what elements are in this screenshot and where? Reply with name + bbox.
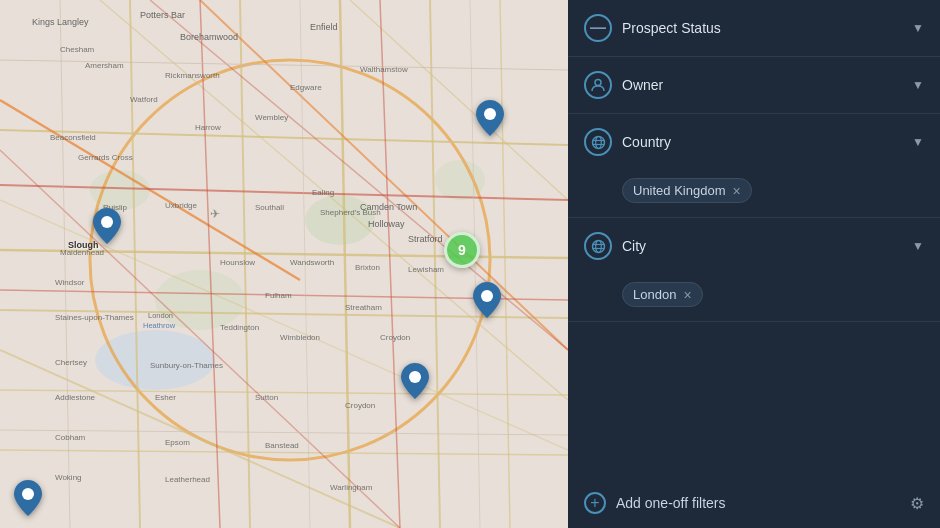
add-filters-plus-icon[interactable]: + [584,492,606,514]
svg-text:Chertsey: Chertsey [55,358,87,367]
svg-text:Teddington: Teddington [220,323,259,332]
svg-text:Cobham: Cobham [55,433,86,442]
map-pin-south-london[interactable] [473,282,501,322]
svg-text:Sutton: Sutton [255,393,278,402]
svg-text:Edgware: Edgware [290,83,322,92]
city-tag-london[interactable]: London × [622,282,703,307]
svg-text:Brixton: Brixton [355,263,380,272]
svg-text:Southall: Southall [255,203,284,212]
svg-text:Wandsworth: Wandsworth [290,258,334,267]
city-tag-london-label: London [633,287,676,302]
svg-text:Croydon: Croydon [380,333,410,342]
svg-text:Lewisham: Lewisham [408,265,444,274]
svg-text:Harrow: Harrow [195,123,221,132]
cluster-count: 9 [458,242,466,258]
svg-point-85 [481,290,493,302]
svg-text:Chesham: Chesham [60,45,95,54]
svg-point-87 [22,488,34,500]
add-filters-label[interactable]: Add one-off filters [616,495,910,511]
country-tag-uk[interactable]: United Kingdom × [622,178,752,203]
svg-text:Epsom: Epsom [165,438,190,447]
add-filters-row[interactable]: + Add one-off filters ⚙ [568,478,940,528]
city-chevron: ▼ [912,239,924,253]
svg-text:Esher: Esher [155,393,176,402]
filter-header-prospect-status[interactable]: — Prospect Status ▼ [568,0,940,56]
map-pin-bottomleft[interactable] [14,480,42,520]
map-container[interactable]: Kings Langley Potters Bar Chesham Amersh… [0,0,568,528]
gear-icon[interactable]: ⚙ [910,494,924,513]
filter-sidebar: — Prospect Status ▼ Owner ▼ [568,0,940,528]
filter-section-owner: Owner ▼ [568,57,940,114]
svg-text:London: London [148,311,173,320]
country-chevron: ▼ [912,135,924,149]
prospect-status-title: Prospect Status [622,20,912,36]
filter-header-city[interactable]: City ▼ [568,218,940,274]
svg-point-83 [484,108,496,120]
svg-point-93 [592,240,604,252]
svg-point-90 [595,136,601,148]
owner-title: Owner [622,77,912,93]
svg-text:Woking: Woking [55,473,82,482]
svg-text:Gerrards Cross: Gerrards Cross [78,153,133,162]
svg-text:Fulham: Fulham [265,291,292,300]
svg-text:Rickmansworth: Rickmansworth [165,71,220,80]
svg-text:Enfield: Enfield [310,22,338,32]
svg-text:Windsor: Windsor [55,278,85,287]
filter-header-owner[interactable]: Owner ▼ [568,57,940,113]
prospect-status-icon: — [584,14,612,42]
svg-text:Sunbury-on-Thames: Sunbury-on-Thames [150,361,223,370]
map-pin-sutton[interactable] [401,363,429,403]
svg-text:Watford: Watford [130,95,158,104]
svg-point-89 [592,136,604,148]
map-pin-walthamstow[interactable] [476,100,504,140]
filter-header-country[interactable]: Country ▼ [568,114,940,170]
svg-text:Leatherhead: Leatherhead [165,475,210,484]
svg-text:Borehamwood: Borehamwood [180,32,238,42]
svg-point-84 [101,216,113,228]
country-icon [584,128,612,156]
map-background: Kings Langley Potters Bar Chesham Amersh… [0,0,568,528]
svg-text:Maidenhead: Maidenhead [60,248,104,257]
country-filter-body: United Kingdom × [568,170,940,217]
svg-text:Streatham: Streatham [345,303,382,312]
svg-text:Camden Town: Camden Town [360,202,417,212]
city-icon [584,232,612,260]
svg-text:Heathrow: Heathrow [143,321,176,330]
country-title: Country [622,134,912,150]
svg-text:Holloway: Holloway [368,219,405,229]
svg-text:Croydon: Croydon [345,401,375,410]
city-tag-london-close[interactable]: × [683,288,691,302]
svg-text:Ealing: Ealing [312,188,334,197]
svg-text:Staines-upon-Thames: Staines-upon-Thames [55,313,134,322]
svg-text:Uxbridge: Uxbridge [165,201,198,210]
svg-text:Kings Langley: Kings Langley [32,17,89,27]
svg-text:✈: ✈ [210,207,220,221]
owner-chevron: ▼ [912,78,924,92]
svg-point-86 [409,371,421,383]
svg-text:Walthamstow: Walthamstow [360,65,408,74]
svg-text:Beaconsfield: Beaconsfield [50,133,96,142]
svg-text:Wembley: Wembley [255,113,288,122]
svg-text:Potters Bar: Potters Bar [140,10,185,20]
city-title: City [622,238,912,254]
svg-text:Banstead: Banstead [265,441,299,450]
owner-icon [584,71,612,99]
svg-text:Stratford: Stratford [408,234,443,244]
filter-section-city: City ▼ London × [568,218,940,322]
svg-text:Hounslow: Hounslow [220,258,255,267]
svg-text:Warlingham: Warlingham [330,483,373,492]
svg-text:Wimbledon: Wimbledon [280,333,320,342]
city-filter-body: London × [568,274,940,321]
map-cluster-london[interactable]: 9 [444,232,480,268]
svg-point-94 [595,240,601,252]
svg-text:Amersham: Amersham [85,61,124,70]
country-tag-uk-close[interactable]: × [733,184,741,198]
filter-section-country: Country ▼ United Kingdom × [568,114,940,218]
svg-point-88 [595,80,601,86]
svg-point-1 [95,330,215,390]
prospect-status-chevron: ▼ [912,21,924,35]
country-tag-uk-label: United Kingdom [633,183,726,198]
filter-section-prospect-status: — Prospect Status ▼ [568,0,940,57]
svg-text:Addlestone: Addlestone [55,393,96,402]
map-pin-slough[interactable] [93,208,121,248]
